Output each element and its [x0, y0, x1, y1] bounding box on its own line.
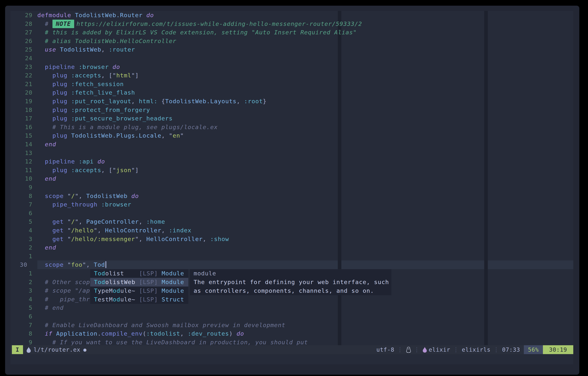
code-text: pipe_through :browser: [37, 200, 131, 209]
separator: ⋮: [494, 346, 499, 353]
line-number: 26: [10, 37, 37, 45]
line-number: 29: [10, 11, 37, 20]
code-line[interactable]: 6: [10, 312, 573, 321]
code-line[interactable]: 1: [10, 252, 573, 261]
code-line[interactable]: 2 end: [10, 243, 573, 252]
code-line[interactable]: 9: [10, 183, 573, 192]
code-line[interactable]: 8 scope "/", TodolistWeb do: [10, 192, 573, 200]
completion-item[interactable]: Todolist [LSP] Module: [90, 269, 188, 278]
code-line[interactable]: 19 plug :put_root_layout, html: {Todolis…: [10, 97, 573, 106]
line-number: 6: [10, 209, 37, 218]
line-number: 20: [10, 88, 37, 97]
linux-tux-icon: [406, 346, 411, 353]
code-text: plug :accepts, ["html"]: [37, 71, 139, 80]
line-number: 8: [10, 192, 37, 200]
line-number: 8: [10, 329, 37, 338]
code-line[interactable]: 7 pipe_through :browser: [10, 200, 573, 209]
code-line[interactable]: 29defmodule TodolistWeb.Router do: [10, 11, 573, 20]
line-number: 2: [10, 278, 37, 287]
code-line[interactable]: 25 use TodolistWeb, :router: [10, 45, 573, 54]
code-text: # scope "/ap: [37, 286, 90, 295]
code-line[interactable]: 20 plug :fetch_live_flash: [10, 88, 573, 97]
lsp-client: elixirls: [462, 346, 491, 353]
line-number: 3: [10, 286, 37, 295]
code-line[interactable]: 26 # alias TodolistWeb.HelloController: [10, 37, 573, 45]
code-text: # pipe_thr: [37, 295, 90, 304]
code-line[interactable]: 23 pipeline :browser do: [10, 63, 573, 71]
code-text: scope "/", TodolistWeb do: [37, 192, 139, 200]
completion-item-selected[interactable]: TodolistWeb [LSP] Module: [90, 278, 188, 287]
statusline: I l/t/router.ex ● utf-8 ⋮ ⋮ elixir: [10, 345, 573, 354]
code-line[interactable]: 27 # this is added by ElixirLS VS Code e…: [10, 28, 573, 37]
code-line[interactable]: 6: [10, 209, 573, 218]
code-text: pipeline :api do: [37, 157, 105, 166]
code-line[interactable]: 5 get "/", PageController, :home: [10, 217, 573, 226]
line-number: 16: [10, 123, 37, 131]
line-number: 18: [10, 106, 37, 114]
line-number: 7: [10, 200, 37, 209]
editor-area[interactable]: 29defmodule TodolistWeb.Router do28 # NO…: [10, 11, 573, 364]
code-text: plug :fetch_live_flash: [37, 88, 135, 97]
code-text: get "/hello/:messenger", HelloController…: [37, 235, 229, 244]
code-line[interactable]: 13: [10, 149, 573, 157]
modified-indicator: ●: [84, 347, 87, 353]
code-text: plug :fetch_session: [37, 80, 124, 88]
completion-source: [LSP]: [139, 296, 162, 303]
code-text: use TodolistWeb, :router: [37, 45, 135, 54]
terminal-window: 29defmodule TodolistWeb.Router do28 # NO…: [5, 6, 579, 375]
code-line[interactable]: 5 # end: [10, 303, 573, 312]
code-line[interactable]: 11 plug :accepts, ["json"]: [10, 166, 573, 175]
code-line[interactable]: 10 end: [10, 174, 573, 183]
line-number: 21: [10, 80, 37, 88]
line-number: 5: [10, 217, 37, 226]
code-line[interactable]: 16 # This is a module plug, see plugs/lo…: [10, 123, 573, 131]
line-number: 14: [10, 140, 37, 149]
code-line[interactable]: 3 get "/hello/:messenger", HelloControll…: [10, 235, 573, 244]
code-text: # this is added by ElixirLS VS Code exte…: [37, 28, 357, 37]
line-number: 28: [10, 20, 37, 28]
code-text: end: [37, 174, 56, 183]
code-text: pipeline :browser do: [37, 63, 120, 71]
encoding: utf-8: [377, 346, 394, 353]
line-number: 15: [10, 131, 37, 140]
code-line[interactable]: 17 plug :put_secure_browser_headers: [10, 114, 573, 123]
file-progress: 56%: [524, 345, 543, 354]
completion-item[interactable]: TestModule~ [LSP] Struct: [90, 295, 188, 304]
code-line[interactable]: 7 # Enable LiveDashboard and Swoosh mail…: [10, 321, 573, 330]
code-text: get "/", PageController, :home: [37, 217, 165, 226]
code-line[interactable]: 18 plug :protect_from_forgery: [10, 106, 573, 114]
completion-kind: Module: [162, 279, 184, 285]
line-number: 17: [10, 114, 37, 123]
code-text: # NOTEhttps://elixirforum.com/t/issues-w…: [37, 20, 362, 28]
line-number: 19: [10, 97, 37, 106]
code-text: if Application.compile_env(:todolist, :d…: [37, 329, 244, 338]
code-line[interactable]: 14 end: [10, 140, 573, 149]
code-line[interactable]: 28 # NOTEhttps://elixirforum.com/t/issue…: [10, 20, 573, 28]
cursor-position: 30:19: [543, 345, 573, 354]
code-line[interactable]: 22 plug :accepts, ["html"]: [10, 71, 573, 80]
code-line[interactable]: 4 get "/hello", HelloController, :index: [10, 226, 573, 235]
code-line[interactable]: 12 pipeline :api do: [10, 157, 573, 166]
line-number: 5: [10, 303, 37, 312]
code-line[interactable]: 8 if Application.compile_env(:todolist, …: [10, 329, 573, 338]
code-line-current[interactable]: 30 scope "foo", Tod: [10, 260, 573, 269]
code-text: end: [37, 140, 56, 149]
separator: ⋮: [453, 346, 459, 353]
doc-line: The entrypoint for defining your web int…: [190, 278, 391, 287]
line-number: 1: [10, 269, 37, 278]
line-number: 27: [10, 28, 37, 37]
code-line[interactable]: 21 plug :fetch_session: [10, 80, 573, 88]
line-number: 24: [10, 54, 37, 63]
completion-item[interactable]: TypeModule~ [LSP] Module: [90, 287, 188, 295]
separator: ⋮: [397, 346, 403, 353]
code-text: get "/hello", HelloController, :index: [37, 226, 191, 235]
mode-indicator: I: [12, 345, 23, 354]
droplet-icon: [26, 347, 31, 353]
code-text: # This is a module plug, see plugs/local…: [37, 123, 218, 131]
line-number: 13: [10, 149, 37, 157]
completion-source: [LSP]: [139, 279, 162, 285]
code-line[interactable]: 24: [10, 54, 573, 63]
code-text: # Enable LiveDashboard and Swoosh mailbo…: [37, 321, 285, 330]
code-line[interactable]: 15 plug TodolistWeb.Plugs.Locale, "en": [10, 131, 573, 140]
line-number: 11: [10, 166, 37, 175]
